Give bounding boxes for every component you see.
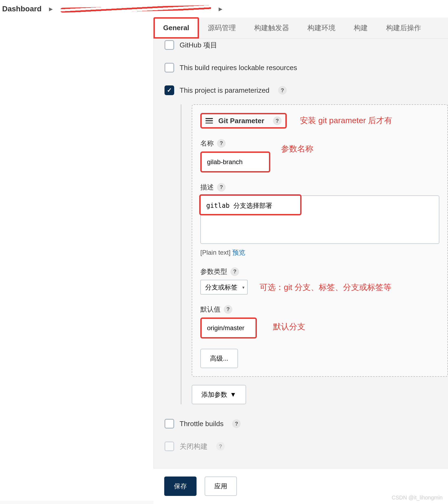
type-label: 参数类型 [200,267,227,276]
help-icon[interactable]: ? [232,419,241,428]
desc-textarea[interactable]: gitlab 分支选择部署 [200,195,439,244]
tab-scm[interactable]: 源码管理 [199,18,245,38]
tab-triggers[interactable]: 构建触发器 [245,18,298,38]
sidebar-area [0,18,153,501]
git-parameter-header[interactable]: Git Parameter ? [200,113,287,129]
help-icon[interactable]: ? [230,267,239,276]
advanced-button[interactable]: 高级... [200,349,238,368]
help-icon[interactable]: ? [273,116,282,125]
close-build-checkbox[interactable] [164,441,174,451]
annotation-param-name: 参数名称 [281,143,313,154]
github-project-checkbox[interactable] [164,40,174,50]
parameterized-checkbox[interactable] [164,85,174,95]
help-icon[interactable]: ? [217,139,226,148]
annotation-install: 安装 git parameter 后才有 [300,115,392,126]
plain-text-label: [Plain text] [200,249,230,256]
close-build-label: 关闭构建 [180,442,208,451]
annotation-default-branch: 默认分支 [273,321,305,332]
help-icon[interactable]: ? [278,86,287,95]
throttle-checkbox[interactable] [164,419,174,429]
tab-post[interactable]: 构建后操作 [377,18,430,38]
parameterized-label: This project is parameterized [180,86,270,95]
config-tabs: General 源码管理 构建触发器 构建环境 构建 构建后操作 [154,18,448,39]
github-project-label: GitHub 项目 [180,40,217,50]
chevron-right-icon: ▸ [219,4,222,13]
name-label: 名称 [200,139,214,148]
save-button[interactable]: 保存 [164,477,197,496]
default-label: 默认值 [200,305,220,314]
chevron-down-icon: ▼ [230,391,236,398]
annotation-type-options: 可选：git 分支、标签、分支或标签等 [260,282,391,293]
lockable-checkbox[interactable] [164,63,174,73]
git-parameter-panel: Git Parameter ? 安装 git parameter 后才有 名称 … [192,104,448,377]
chevron-right-icon: ▸ [49,4,53,13]
help-icon[interactable]: ? [217,183,226,192]
watermark: CSDN @it_lihongmin [392,495,443,501]
lockable-label: This build requires lockable resources [180,64,297,72]
breadcrumb: Dashboard ▸ ▸ [0,0,448,18]
git-parameter-title: Git Parameter [218,117,264,125]
drag-handle-icon[interactable] [205,118,213,123]
help-icon[interactable]: ? [216,442,225,451]
default-input[interactable] [200,317,257,339]
name-input[interactable] [200,151,270,172]
throttle-label: Throttle builds [180,420,223,428]
desc-label: 描述 [200,183,214,192]
apply-button[interactable]: 应用 [205,477,237,496]
preview-link[interactable]: 预览 [232,249,245,256]
tab-general[interactable]: General [154,18,199,38]
type-select[interactable]: 分支或标签 [200,280,248,295]
add-param-button[interactable]: 添加参数 ▼ [192,385,246,404]
help-icon[interactable]: ? [224,305,232,314]
tab-build[interactable]: 构建 [345,18,377,38]
breadcrumb-root[interactable]: Dashboard [2,5,41,13]
breadcrumb-redacted [60,5,211,13]
tab-env[interactable]: 构建环境 [298,18,345,38]
